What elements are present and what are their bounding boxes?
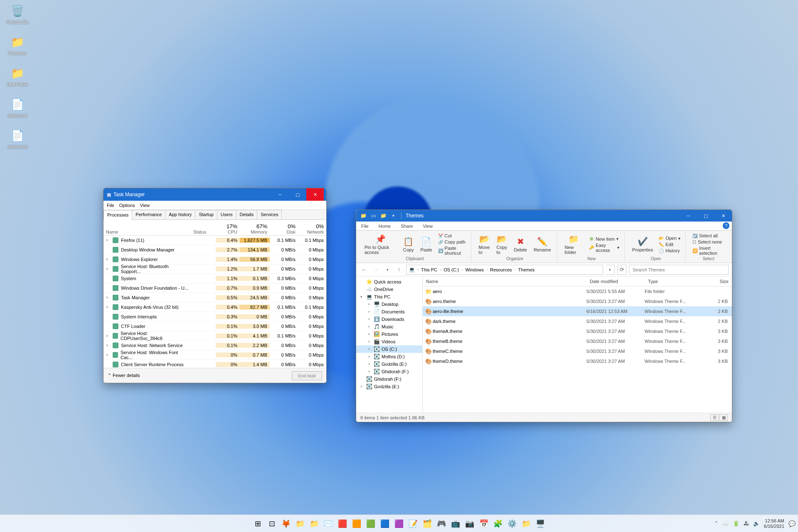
tree-expand-icon[interactable]: > [368, 317, 372, 321]
taskbar-app-15[interactable]: 📷 [463, 517, 476, 530]
ribbon-tab-share[interactable]: Share [396, 222, 418, 230]
tree-expand-icon[interactable]: > [368, 332, 372, 336]
minimize-button[interactable]: ─ [680, 209, 697, 222]
address-dropdown-button[interactable]: ▾ [606, 265, 615, 275]
desktop-icon-1[interactable]: 📁 Programs [2, 34, 32, 56]
crumb-2[interactable]: Windows [464, 267, 485, 272]
close-button[interactable]: ✕ [306, 188, 324, 201]
taskbar-app-16[interactable]: 📅 [478, 517, 490, 530]
process-row[interactable]: Desktop Window Manager 2.7% 134.1 MB 0 M… [103, 245, 326, 255]
process-row[interactable]: > Service Host: Network Service 0.1% 2.2… [103, 341, 326, 350]
taskbar-app-12[interactable]: 🗂️ [421, 517, 433, 530]
tree-item[interactable]: > 💽 Mothra (D:) [356, 353, 422, 360]
taskbar-app-13[interactable]: 🎮 [435, 517, 448, 530]
taskbar-app-11[interactable]: 📝 [407, 517, 419, 530]
breadcrumb[interactable]: 💻 ›This PC›OS (C:)›Windows›Resources›The… [406, 265, 603, 275]
nav-back-button[interactable]: ← [360, 265, 369, 274]
ribbon-tab-file[interactable]: File [356, 222, 374, 230]
menu-item-options[interactable]: Options [119, 203, 135, 208]
tab-processes[interactable]: Processes [103, 210, 132, 220]
process-row[interactable]: > Windows Explorer 1.4% 56.8 MB 0 MB/s 0… [103, 255, 326, 264]
tree-expand-icon[interactable]: > [368, 347, 372, 351]
tab-details[interactable]: Details [236, 210, 258, 219]
tray-icon-3[interactable]: 🖧 [744, 520, 749, 527]
qat-newfolder-icon[interactable]: 📁 [379, 212, 387, 219]
crumb-0[interactable]: This PC [420, 267, 438, 272]
tree-expand-icon[interactable]: > [368, 355, 372, 359]
file-row[interactable]: 🎨 dark.theme 5/30/2021 3:27 AM Windows T… [423, 316, 732, 326]
refresh-button[interactable]: ⟳ [617, 265, 626, 275]
tree-expand-icon[interactable]: > [368, 325, 372, 329]
process-row[interactable]: > Service Host: Bluetooth Support... 1.2… [103, 264, 326, 274]
taskbar-app-9[interactable]: 🟦 [379, 517, 391, 530]
column-status[interactable]: Status [191, 229, 216, 235]
tab-services[interactable]: Services [257, 210, 282, 219]
tab-performance[interactable]: Performance [132, 210, 165, 219]
cut-button[interactable]: ✂️ Cut [436, 233, 468, 239]
file-row[interactable]: 🎨 themeB.theme 5/30/2021 3:27 AM Windows… [423, 336, 732, 346]
tray-icon-2[interactable]: 🔋 [733, 520, 739, 527]
tree-item[interactable]: > 💽 OS (C:) [356, 345, 422, 353]
file-row[interactable]: 🎨 aero.theme 5/30/2021 3:27 AM Windows T… [423, 296, 732, 306]
taskbar-app-7[interactable]: 🟧 [350, 517, 363, 530]
tree-expand-icon[interactable]: ▾ [360, 295, 365, 299]
desktop-icon-0[interactable]: 🗑️ Recycle Bin [2, 2, 32, 25]
process-row[interactable]: > Kaspersky Anti-Virus (32 bit) 0.4% 82.… [103, 303, 326, 312]
explorer-titlebar[interactable]: 📁 ▭ 📁 ▾ Themes ─ ▢ ✕ [356, 210, 732, 222]
desktop-icon-3[interactable]: 📄 desktop.ini [2, 96, 32, 118]
maximize-button[interactable]: ▢ [697, 209, 714, 222]
taskbar-app-8[interactable]: 🟩 [365, 517, 377, 530]
select-none-button[interactable]: ☐ Select none [691, 239, 726, 245]
taskbar-app-6[interactable]: 🟥 [336, 517, 349, 530]
file-row[interactable]: 🎨 themeC.theme 5/30/2021 3:27 AM Windows… [423, 346, 732, 356]
process-row[interactable]: Windows Driver Foundation - U... 0.7% 0.… [103, 283, 326, 293]
process-row[interactable]: > Firefox (11) 8.4% 1,627.5 MB 0.1 MB/s … [103, 236, 326, 245]
new-folder-button[interactable]: 📁New folder [562, 233, 586, 256]
taskbar-app-1[interactable]: ⊡ [266, 517, 278, 530]
paste-button[interactable]: 📄Paste [418, 236, 434, 253]
process-row[interactable]: System 1.1% 0.1 MB 0.3 MB/s 0 Mbps [103, 274, 326, 283]
fewer-details-link[interactable]: ⌃ Fewer details [108, 373, 140, 378]
header-name[interactable]: Name [423, 279, 586, 284]
process-row[interactable]: CTF Loader 0.1% 3.0 MB 0 MB/s 0 Mbps [103, 322, 326, 331]
taskbar-app-18[interactable]: ⚙️ [506, 517, 518, 530]
tray-icon-4[interactable]: 🔈 [753, 520, 760, 527]
paste-shortcut-button[interactable]: ↘️ Paste shortcut [436, 245, 468, 256]
column-name[interactable]: Name [103, 229, 191, 235]
tree-item[interactable]: > 🎬 Videos [356, 338, 422, 345]
qat-properties-icon[interactable]: ▭ [369, 212, 377, 219]
select-all-button[interactable]: ☑️ Select all [691, 233, 726, 239]
easy-access-button[interactable]: 🔑 Easy access ▾ [587, 242, 621, 253]
file-row[interactable]: 🎨 themeD.theme 5/30/2021 3:27 AM Windows… [423, 356, 732, 366]
file-list[interactable]: 📁 aero 5/30/2021 5:55 AM File folder 🎨 a… [423, 286, 732, 413]
file-row[interactable]: 🎨 aero-lite.theme 6/16/2021 12:53 AM Win… [423, 306, 732, 316]
help-icon[interactable]: ? [723, 222, 729, 229]
view-details-button[interactable]: ☰ [710, 414, 719, 421]
tree-expand-icon[interactable]: > [368, 340, 372, 344]
end-task-button[interactable]: End task [292, 371, 322, 380]
properties-button[interactable]: ✔️Properties [630, 236, 655, 253]
tray-icon-1[interactable]: ☁️ [722, 520, 729, 527]
maximize-button[interactable]: ▢ [289, 188, 306, 201]
process-row[interactable]: > Task Manager 0.5% 24.5 MB 0 MB/s 0 Mbp… [103, 293, 326, 303]
taskbar-app-17[interactable]: 🧩 [492, 517, 504, 530]
tree-expand-icon[interactable]: > [368, 310, 372, 314]
process-row[interactable]: > Service Host: CDPUserSvc_394c8 0.1% 4.… [103, 331, 326, 341]
ribbon-tab-home[interactable]: Home [374, 222, 396, 230]
tree-item[interactable]: ▾ 💻 This PC [356, 293, 422, 300]
tab-startup[interactable]: Startup [195, 210, 217, 219]
taskbar-app-3[interactable]: 📁 [294, 517, 306, 530]
tree-item[interactable]: > 💽 Ghidorah (F:) [356, 368, 422, 375]
taskbar-app-4[interactable]: 📁 [308, 517, 320, 530]
crumb-4[interactable]: Themes [517, 267, 536, 272]
taskbar-app-20[interactable]: 🖥️ [534, 517, 547, 530]
task-manager-titlebar[interactable]: ▦ Task Manager ─ ▢ ✕ [103, 188, 326, 201]
column-network[interactable]: 0%Network [298, 222, 326, 235]
close-button[interactable]: ✕ [714, 209, 732, 222]
expand-icon[interactable]: > [106, 267, 110, 271]
expand-icon[interactable]: > [106, 343, 110, 347]
expand-icon[interactable]: > [106, 257, 110, 261]
crumb-1[interactable]: OS (C:) [443, 267, 460, 272]
crumb-3[interactable]: Resources [489, 267, 513, 272]
notifications-button[interactable]: 💬 [788, 520, 796, 527]
